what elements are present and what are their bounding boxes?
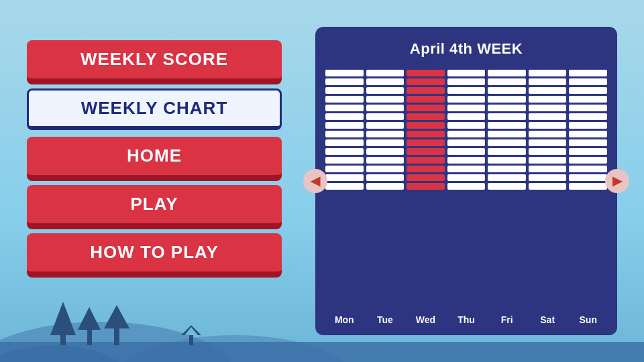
bar-segment	[529, 139, 567, 146]
day-bars-tue	[366, 70, 405, 309]
bar-segment	[447, 148, 486, 155]
bar-segment	[366, 78, 405, 85]
bar-segment	[529, 122, 567, 129]
day-column-wed: Wed	[407, 70, 445, 325]
bar-segment	[488, 131, 526, 137]
bar-segment	[529, 96, 567, 103]
bar-segment	[529, 183, 567, 190]
day-label-sat: Sat	[540, 314, 555, 325]
bar-segment	[529, 131, 567, 137]
bar-segment	[407, 148, 445, 155]
bar-segment	[447, 131, 486, 137]
bar-segment	[366, 183, 405, 190]
weekly-chart-button[interactable]: WEEKLY CHART	[27, 88, 282, 130]
weekly-score-button[interactable]: WEEKLY SCORE	[27, 40, 282, 82]
bar-segment	[366, 131, 405, 137]
chart-nav-right[interactable]: ▶	[605, 169, 629, 193]
bar-segment	[569, 148, 607, 155]
day-column-thu: Thu	[447, 70, 486, 325]
day-label-mon: Mon	[335, 314, 354, 325]
bar-segment	[407, 157, 445, 164]
day-column-mon: Mon	[325, 70, 364, 325]
svg-marker-5	[50, 302, 76, 335]
chart-panel: April 4th WEEK ◀ ▶ MonTueWedThuFriSatSun	[315, 27, 617, 335]
bar-segment	[488, 105, 526, 111]
bar-segment	[529, 105, 567, 111]
bar-segment	[407, 96, 445, 103]
bar-segment	[447, 166, 486, 172]
bar-segment	[325, 122, 364, 129]
bar-segment	[569, 96, 607, 103]
svg-marker-9	[104, 305, 129, 328]
day-bars-thu	[447, 70, 486, 309]
bar-segment	[488, 183, 526, 190]
bar-segment	[529, 174, 567, 181]
bar-segment	[325, 131, 364, 137]
bar-segment	[366, 113, 405, 120]
bar-segment	[569, 78, 607, 85]
bar-segment	[325, 113, 364, 120]
bar-segment	[529, 166, 567, 172]
bar-segment	[407, 70, 445, 76]
day-column-tue: Tue	[366, 70, 405, 325]
bar-segment	[488, 87, 526, 94]
bar-segment	[488, 157, 526, 164]
bar-segment	[407, 139, 445, 146]
svg-marker-10	[181, 325, 201, 335]
chart-title: April 4th WEEK	[325, 40, 607, 58]
bar-segment	[488, 78, 526, 85]
bar-segment	[569, 70, 607, 76]
bar-segment	[325, 183, 364, 190]
bar-segment	[447, 113, 486, 120]
bar-segment	[366, 166, 405, 172]
bar-segment	[488, 96, 526, 103]
bar-segment	[325, 78, 364, 85]
home-button[interactable]: HOME	[27, 137, 282, 178]
day-label-sun: Sun	[580, 314, 597, 325]
bar-segment	[407, 131, 445, 137]
bar-segment	[488, 139, 526, 146]
bar-segment	[366, 174, 405, 181]
chart-nav-left[interactable]: ◀	[303, 169, 327, 193]
day-bars-sun	[569, 70, 607, 309]
bar-segment	[366, 122, 405, 129]
bar-segment	[529, 157, 567, 164]
bar-segment	[488, 166, 526, 172]
play-button[interactable]: PLAY	[27, 185, 282, 227]
days-container: MonTueWedThuFriSatSun	[325, 70, 607, 325]
bar-segment	[447, 183, 486, 190]
day-label-wed: Wed	[416, 314, 435, 325]
bar-segment	[325, 139, 364, 146]
bar-segment	[569, 105, 607, 111]
bar-segment	[447, 139, 486, 146]
bar-segment	[447, 105, 486, 111]
left-panel: WEEKLY SCORE WEEKLY CHART HOME PLAY HOW …	[27, 40, 282, 275]
bar-segment	[447, 122, 486, 129]
bar-segment	[325, 105, 364, 111]
bar-segment	[325, 157, 364, 164]
day-label-fri: Fri	[501, 314, 513, 325]
day-column-fri: Fri	[488, 70, 526, 325]
day-label-thu: Thu	[458, 314, 475, 325]
bar-segment	[529, 87, 567, 94]
day-bars-sat	[529, 70, 567, 309]
bar-segment	[569, 166, 607, 172]
bar-segment	[488, 122, 526, 129]
day-bars-wed	[407, 70, 445, 309]
bar-segment	[569, 87, 607, 94]
bar-segment	[325, 96, 364, 103]
bar-segment	[569, 183, 607, 190]
bar-segment	[366, 139, 405, 146]
day-label-tue: Tue	[377, 314, 393, 325]
bar-segment	[447, 70, 486, 76]
bar-segment	[407, 87, 445, 94]
day-column-sat: Sat	[529, 70, 567, 325]
day-column-sun: Sun	[569, 70, 607, 325]
bar-segment	[407, 113, 445, 120]
bar-segment	[569, 113, 607, 120]
bar-segment	[325, 87, 364, 94]
how-to-play-button[interactable]: HOW TO PLAY	[27, 233, 282, 275]
bar-segment	[366, 105, 405, 111]
bar-segment	[447, 157, 486, 164]
svg-rect-11	[189, 335, 193, 345]
